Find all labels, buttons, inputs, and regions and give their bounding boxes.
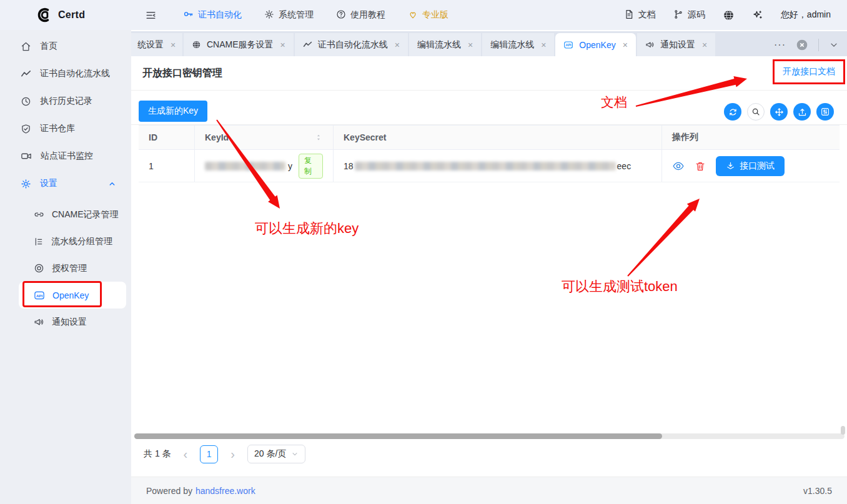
- git-branch-icon: [673, 9, 683, 21]
- header-menu: 证书自动化 系统管理 使用教程 专业版: [183, 9, 448, 21]
- monitor-camera-icon: [21, 151, 32, 162]
- sparkles-icon[interactable]: [752, 9, 763, 21]
- sidebar-item-openkey[interactable]: OpenKey: [19, 282, 126, 309]
- page-title: 开放接口密钥管理: [142, 67, 222, 80]
- tab-cert-pipelines[interactable]: 证书自动化流水线 ×: [295, 33, 408, 56]
- sidebar-item-cname-records[interactable]: CNAME记录管理: [19, 201, 126, 228]
- cell-actions: 接口测试: [662, 150, 840, 182]
- copy-tag[interactable]: 复制: [299, 154, 323, 179]
- close-icon[interactable]: ×: [468, 40, 473, 50]
- user-greeting[interactable]: 您好，admin: [781, 9, 831, 21]
- close-icon[interactable]: ×: [702, 40, 707, 50]
- api-icon: [563, 40, 573, 50]
- cell-id: 1: [139, 150, 195, 182]
- page-size-select[interactable]: 20 条/页: [247, 445, 305, 463]
- divider: [818, 39, 819, 51]
- refresh-button[interactable]: [724, 103, 741, 121]
- logo[interactable]: Certd: [0, 7, 131, 23]
- vertical-scrollbar[interactable]: [841, 426, 845, 435]
- history-icon: [21, 96, 31, 107]
- sidebar-item-pipelines[interactable]: 证书自动化流水线: [0, 60, 131, 87]
- export-button[interactable]: [793, 103, 811, 121]
- sidebar-item-pipeline-groups[interactable]: 流水线分组管理: [19, 228, 126, 255]
- total-count: 共 1 条: [144, 448, 171, 460]
- column-header-keyid[interactable]: KeyId: [195, 126, 334, 149]
- megaphone-icon: [645, 40, 655, 49]
- tab-openkey[interactable]: OpenKey ×: [555, 33, 636, 56]
- delete-trash-icon[interactable]: [695, 161, 706, 172]
- open-api-doc-link[interactable]: 开放接口文档: [773, 59, 845, 84]
- tab-settings-truncated[interactable]: 统设置 ×: [131, 33, 182, 56]
- menu-system-admin[interactable]: 系统管理: [264, 9, 314, 21]
- gear-icon: [21, 179, 31, 189]
- column-header-id: ID: [139, 126, 195, 149]
- sidebar-item-auth-manage[interactable]: 授权管理: [19, 255, 126, 282]
- tab-bar: 统设置 × CNAME服务设置 × 证书自动化流水线 × 编辑流水线 × 编辑流…: [131, 31, 847, 56]
- target-icon: [34, 263, 44, 274]
- next-page-icon[interactable]: ›: [228, 448, 237, 460]
- pagination: 共 1 条 ‹ 1 › 20 条/页: [144, 445, 305, 463]
- tab-edit-pipeline-1[interactable]: 编辑流水线 ×: [409, 33, 481, 56]
- sort-icon[interactable]: [314, 133, 323, 142]
- generate-key-button[interactable]: 生成新的Key: [139, 101, 207, 122]
- sidebar: 首页 证书自动化流水线 执行历史记录 证书仓库 站点证书监控 设置 CNAME记…: [0, 30, 131, 504]
- menu-tutorial[interactable]: 使用教程: [336, 9, 385, 21]
- menu-cert-automation[interactable]: 证书自动化: [183, 9, 242, 21]
- close-icon[interactable]: ×: [541, 40, 546, 50]
- redacted-keyid: [205, 162, 285, 170]
- certd-logo-icon: [36, 7, 52, 23]
- chevron-down-icon[interactable]: [829, 40, 839, 50]
- tab-notify-settings[interactable]: 通知设置 ×: [637, 33, 715, 56]
- close-icon[interactable]: ×: [395, 40, 400, 50]
- horizontal-scrollbar[interactable]: [134, 433, 845, 439]
- scrollbar-thumb[interactable]: [134, 433, 662, 439]
- sidebar-item-notify-settings[interactable]: 通知设置: [19, 309, 126, 335]
- tab-edit-pipeline-2[interactable]: 编辑流水线 ×: [482, 33, 554, 56]
- sidebar-item-home[interactable]: 首页: [0, 32, 131, 60]
- tab-cname-service[interactable]: CNAME服务设置 ×: [184, 33, 294, 56]
- api-test-button[interactable]: 接口测试: [716, 156, 785, 176]
- toolbar-icons: [724, 103, 834, 121]
- sidebar-item-settings[interactable]: 设置: [0, 170, 131, 197]
- docs-link[interactable]: 文档: [624, 9, 656, 21]
- search-button[interactable]: [747, 103, 765, 121]
- sidebar-item-site-monitor[interactable]: 站点证书监控: [0, 142, 131, 170]
- close-icon[interactable]: ×: [280, 40, 285, 50]
- more-tabs-icon[interactable]: ···: [774, 39, 786, 51]
- menu-pro-edition[interactable]: 专业版: [408, 9, 448, 21]
- prev-page-icon[interactable]: ‹: [181, 448, 191, 460]
- main-content: 开放接口密钥管理 开放接口文档 生成新的Key ID KeyId KeySecr…: [131, 56, 847, 477]
- download-icon: [726, 161, 735, 170]
- view-eye-icon[interactable]: [672, 160, 685, 172]
- footer: Powered by handsfree.work v1.30.5: [131, 477, 847, 504]
- version-text: v1.30.5: [803, 486, 832, 496]
- language-globe-icon[interactable]: [723, 9, 735, 21]
- sidebar-item-cert-repo[interactable]: 证书仓库: [0, 115, 131, 142]
- close-icon[interactable]: ×: [623, 40, 628, 50]
- question-icon: [336, 9, 346, 21]
- column-header-actions: 操作列: [662, 126, 840, 149]
- pipeline-icon: [303, 40, 312, 49]
- page-number[interactable]: 1: [200, 445, 218, 463]
- sidebar-fold-icon[interactable]: [145, 9, 157, 21]
- sidebar-item-history[interactable]: 执行历史记录: [0, 87, 131, 115]
- table-row: 1 y 复制 18 eec 接口测试: [139, 150, 840, 182]
- close-icon[interactable]: ×: [171, 40, 176, 50]
- shield-icon: [21, 124, 31, 134]
- page-header: 开放接口密钥管理 开放接口文档: [131, 56, 847, 91]
- globe-icon: [192, 40, 201, 49]
- api-icon: [34, 290, 45, 301]
- source-code-link[interactable]: 源码: [673, 9, 705, 21]
- header-right: 文档 源码 您好，admin: [624, 9, 847, 21]
- compact-button[interactable]: [770, 103, 788, 121]
- megaphone-icon: [34, 317, 44, 327]
- close-all-tabs-icon[interactable]: [796, 39, 808, 51]
- openkey-table: ID KeyId KeySecret 操作列 1 y 复制 18 e: [139, 125, 840, 182]
- home-icon: [21, 41, 31, 52]
- gear-icon: [264, 9, 274, 21]
- columns-settings-button[interactable]: [816, 103, 834, 121]
- cell-keysecret: 18 eec: [334, 150, 662, 182]
- handsfree-link[interactable]: handsfree.work: [196, 486, 255, 496]
- table-header-row: ID KeyId KeySecret 操作列: [139, 125, 840, 150]
- chevron-down-icon: [291, 450, 299, 458]
